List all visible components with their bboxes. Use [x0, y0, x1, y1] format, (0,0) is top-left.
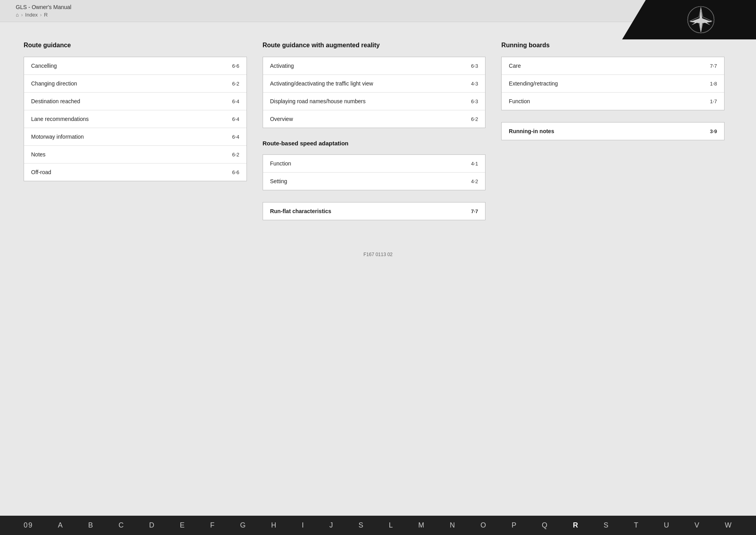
col-route-guidance-ar: Route guidance with augmented reality Ac…	[255, 42, 494, 232]
list-item[interactable]: Activating 6›3	[263, 57, 485, 75]
page-ref: 1›8	[710, 81, 717, 87]
item-label: Notes	[31, 151, 46, 158]
route-speed-table: Function 4›1 Setting 4›2	[263, 154, 486, 190]
page-ref: 4›1	[471, 161, 478, 167]
alphabet-bar: 09 A B C D E F G H I J S L M N O P Q R S…	[0, 516, 756, 535]
list-item[interactable]: Motorway information 6›4	[24, 128, 246, 146]
alpha-V[interactable]: V	[695, 521, 700, 529]
page-ref: 6›2	[471, 116, 478, 122]
breadcrumb-current: R	[44, 12, 48, 18]
list-item[interactable]: Notes 6›2	[24, 146, 246, 163]
list-item[interactable]: Care 7›7	[502, 57, 724, 75]
page-ref: 6›4	[232, 116, 239, 122]
item-label: Activating/deactivating the traffic ligh…	[270, 80, 373, 87]
col-route-guidance: Route guidance Cancelling 6›6 Changing d…	[24, 42, 255, 232]
alpha-M[interactable]: M	[418, 521, 425, 529]
breadcrumb-sep-2: ›	[40, 12, 42, 18]
item-label: Motorway information	[31, 134, 84, 140]
alpha-T[interactable]: T	[634, 521, 639, 529]
list-item[interactable]: Function 1›7	[502, 93, 724, 110]
item-label: Destination reached	[31, 98, 80, 104]
page-ref: 6›2	[232, 81, 239, 87]
alpha-E[interactable]: E	[180, 521, 185, 529]
col-route-guidance-title: Route guidance	[24, 42, 247, 49]
page-ref: 6›3	[471, 98, 478, 104]
alpha-O[interactable]: O	[480, 521, 487, 529]
running-boards-table: Care 7›7 Extending/retracting 1›8 Functi…	[501, 57, 724, 110]
run-flat-table: Run-flat characteristics 7›7	[263, 202, 486, 220]
item-label: Care	[509, 63, 521, 69]
page-ref: 4›2	[471, 178, 478, 184]
alpha-J[interactable]: J	[329, 521, 334, 529]
home-icon[interactable]: ⌂	[16, 12, 19, 18]
alpha-F[interactable]: F	[210, 521, 215, 529]
list-item[interactable]: Changing direction 6›2	[24, 75, 246, 93]
page-ref: 3›9	[710, 128, 717, 134]
breadcrumb-index[interactable]: Index	[25, 12, 38, 18]
list-item[interactable]: Destination reached 6›4	[24, 93, 246, 110]
alpha-W[interactable]: W	[725, 521, 732, 529]
manual-title: GLS - Owner's Manual	[16, 4, 71, 10]
alpha-U[interactable]: U	[664, 521, 670, 529]
page-ref: 7›7	[471, 208, 478, 214]
alpha-D[interactable]: D	[149, 521, 155, 529]
alpha-I[interactable]: I	[302, 521, 305, 529]
route-guidance-ar-table: Activating 6›3 Activating/deactivating t…	[263, 57, 486, 128]
alpha-S1[interactable]: S	[358, 521, 364, 529]
page-ref: 6›4	[232, 98, 239, 104]
item-label: Off-road	[31, 169, 51, 175]
page-ref: 6›2	[232, 152, 239, 158]
item-label: Function	[509, 98, 530, 104]
item-label: Cancelling	[31, 63, 57, 69]
item-label: Function	[270, 160, 291, 167]
page-ref: 6›3	[471, 63, 478, 69]
item-label: Setting	[270, 178, 287, 184]
route-guidance-table: Cancelling 6›6 Changing direction 6›2 De…	[24, 57, 247, 181]
list-item[interactable]: Function 4›1	[263, 155, 485, 173]
list-item[interactable]: Setting 4›2	[263, 173, 485, 190]
col-route-guidance-ar-title: Route guidance with augmented reality	[263, 42, 486, 49]
list-item[interactable]: Activating/deactivating the traffic ligh…	[263, 75, 485, 93]
col-running-boards: Running boards Care 7›7 Extending/retrac…	[493, 42, 732, 232]
alpha-B[interactable]: B	[88, 521, 94, 529]
footer-code: F167 0113 02	[0, 248, 756, 289]
header: GLS - Owner's Manual ⌂ › Index › R	[0, 0, 756, 22]
alpha-09[interactable]: 09	[24, 521, 33, 529]
list-item[interactable]: Displaying road names/house numbers 6›3	[263, 93, 485, 110]
item-label: Extending/retracting	[509, 80, 558, 87]
main-content: Route guidance Cancelling 6›6 Changing d…	[0, 22, 756, 248]
alpha-H[interactable]: H	[271, 521, 277, 529]
logo-area	[622, 0, 756, 39]
list-item[interactable]: Run-flat characteristics 7›7	[263, 202, 485, 220]
list-item[interactable]: Overview 6›2	[263, 110, 485, 128]
alpha-Q[interactable]: Q	[542, 521, 548, 529]
alpha-S2[interactable]: S	[604, 521, 609, 529]
page-ref: 7›7	[710, 63, 717, 69]
item-label: Activating	[270, 63, 294, 69]
alpha-L[interactable]: L	[389, 521, 393, 529]
alpha-C[interactable]: C	[119, 521, 124, 529]
alpha-P[interactable]: P	[511, 521, 517, 529]
alpha-A[interactable]: A	[58, 521, 63, 529]
page-ref: 6›6	[232, 169, 239, 175]
item-label: Running-in notes	[509, 128, 554, 134]
route-speed-title: Route-based speed adaptation	[263, 140, 486, 147]
item-label: Lane recommendations	[31, 116, 89, 122]
list-item[interactable]: Cancelling 6›6	[24, 57, 246, 75]
list-item[interactable]: Running-in notes 3›9	[502, 123, 724, 140]
mercedes-star-icon	[687, 6, 715, 33]
list-item[interactable]: Extending/retracting 1›8	[502, 75, 724, 93]
breadcrumb-sep-1: ›	[21, 12, 23, 18]
page-ref: 6›6	[232, 63, 239, 69]
alpha-R[interactable]: R	[573, 521, 579, 529]
header-left: GLS - Owner's Manual ⌂ › Index › R	[16, 4, 71, 18]
item-label: Displaying road names/house numbers	[270, 98, 366, 104]
item-label: Run-flat characteristics	[270, 208, 332, 214]
breadcrumb: ⌂ › Index › R	[16, 12, 71, 18]
list-item[interactable]: Off-road 6›6	[24, 163, 246, 181]
page-ref: 4›3	[471, 81, 478, 87]
list-item[interactable]: Lane recommendations 6›4	[24, 110, 246, 128]
running-in-notes-table: Running-in notes 3›9	[501, 122, 724, 140]
alpha-N[interactable]: N	[450, 521, 456, 529]
alpha-G[interactable]: G	[240, 521, 246, 529]
